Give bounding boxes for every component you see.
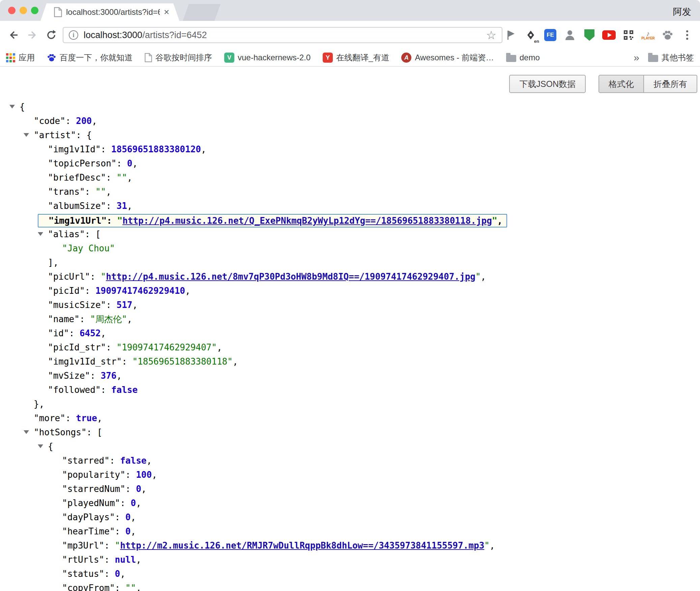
adblock-extension-button[interactable]: [581, 26, 598, 44]
json-line-content: "mvSize": 376,: [48, 371, 122, 381]
json-url-link[interactable]: http://p4.music.126.net/Q_ExePNkmqB2yWyL…: [122, 216, 492, 226]
bookmark-item-awesomes[interactable]: A Awesomes - 前端资…: [401, 52, 494, 63]
json-line: "mp3Url": "http://m2.music.126.net/RMJR7…: [0, 538, 700, 553]
zoom-window-button[interactable]: [31, 7, 38, 14]
baidu-paw-icon: [47, 53, 56, 62]
bookmarks-overflow-chevron[interactable]: [634, 53, 639, 63]
bookmark-item-baidu[interactable]: 百度一下，你就知道: [47, 52, 133, 63]
json-line-content: "picId_str": "19097417462929407",: [48, 342, 222, 352]
bookmark-label: 百度一下，你就知道: [60, 52, 133, 63]
youdao-favicon-icon: Y: [323, 53, 333, 63]
url-text: localhost:3000/artists?id=6452: [84, 30, 207, 40]
json-line-content: ],: [48, 257, 58, 268]
json-line-content: "trans": "",: [48, 187, 111, 197]
json-line-content: "playedNum": 0,: [62, 498, 141, 508]
json-line-content: {: [20, 102, 25, 112]
json-line: "more": true,: [0, 411, 700, 425]
apps-grid-icon: [6, 53, 15, 62]
profile-extension-button[interactable]: [561, 26, 579, 44]
page-favicon-icon: [145, 53, 152, 62]
bookmark-label: 在线翻译_有道: [336, 52, 389, 63]
tab-bar: localhost:3000/artists?id=645 × 阿发: [0, 0, 700, 21]
json-line-content: "topicPerson": 0,: [48, 158, 138, 168]
paw-extension-button[interactable]: [659, 26, 676, 44]
bookmark-label: 应用: [19, 52, 35, 63]
tab-close-icon[interactable]: ×: [164, 7, 169, 17]
page-info-icon[interactable]: [69, 30, 78, 40]
json-line-content: {: [48, 441, 53, 452]
forward-button[interactable]: [23, 26, 42, 44]
browser-tab[interactable]: localhost:3000/artists?id=645 ×: [40, 3, 179, 21]
json-line: "Jay Chou": [0, 241, 700, 255]
extensions-area: en FE PLAYER: [502, 26, 696, 44]
profile-name: 阿发: [673, 6, 691, 18]
bookmark-label: vue-hackernews-2.0: [238, 53, 311, 62]
collapse-triangle-icon[interactable]: [38, 444, 43, 448]
json-line-content: "popularity": 100,: [62, 470, 157, 480]
collapse-triangle-icon[interactable]: [24, 430, 29, 434]
translate-extension-button[interactable]: en: [522, 26, 539, 44]
person-icon: [564, 30, 575, 40]
minimize-window-button[interactable]: [20, 7, 27, 14]
json-line: "starred": false,: [0, 454, 700, 468]
bookmarks-right: 其他书签: [634, 52, 694, 63]
json-line: "alias": [: [0, 227, 700, 241]
url-host: localhost:3000: [84, 30, 142, 40]
json-line: "popularity": 100,: [0, 468, 700, 482]
bookmark-item-google-sort[interactable]: 谷歌按时间排序: [145, 52, 212, 63]
player-extension-button[interactable]: PLAYER: [639, 26, 657, 44]
vimium-extension-button[interactable]: [502, 26, 520, 44]
json-line-content: "hearTime": 0,: [62, 526, 136, 536]
address-bar[interactable]: localhost:3000/artists?id=6452: [63, 27, 502, 43]
json-toolbar: 下载JSON数据 格式化 折叠所有: [0, 75, 700, 93]
json-line-content: "rtUrls": null,: [62, 555, 141, 565]
other-bookmarks-label: 其他书签: [662, 52, 694, 63]
format-button[interactable]: 格式化: [599, 75, 644, 93]
vue-favicon-icon: V: [224, 53, 234, 63]
youtube-extension-button[interactable]: [600, 26, 618, 44]
json-url-link[interactable]: http://p4.music.126.net/8mv7qP30Pd3oHW8b…: [106, 272, 475, 282]
browser-window: localhost:3000/artists?id=645 × 阿发 local…: [0, 0, 700, 591]
bookmark-item-youdao[interactable]: Y 在线翻译_有道: [323, 52, 389, 63]
music-note-icon: [646, 30, 650, 37]
qrcode-extension-button[interactable]: [620, 26, 637, 44]
new-tab-button[interactable]: [183, 4, 221, 21]
bookmark-star-icon[interactable]: [486, 29, 496, 41]
browser-menu-button[interactable]: [678, 26, 696, 44]
reload-button[interactable]: [42, 26, 61, 44]
fe-icon: FE: [544, 29, 556, 41]
json-line-content: "dayPlays": 0,: [62, 512, 136, 522]
json-line: "img1v1Id_str": "18569651883380118",: [0, 354, 700, 369]
folder-icon: [648, 55, 658, 62]
flag-icon: [507, 30, 516, 40]
download-json-button[interactable]: 下载JSON数据: [509, 75, 586, 93]
collapse-all-button[interactable]: 折叠所有: [644, 75, 697, 93]
paw-icon: [662, 30, 673, 40]
close-window-button[interactable]: [8, 7, 16, 14]
bookmark-item-demo[interactable]: demo: [506, 53, 540, 62]
json-line: {: [0, 439, 700, 454]
json-line: "musicSize": 517,: [0, 298, 700, 312]
json-url-link[interactable]: http://m2.music.126.net/RMJR7wDullRqppBk…: [120, 540, 484, 551]
json-line-content: "starredNum": 0,: [62, 484, 146, 494]
json-line-content: "briefDesc": "",: [48, 173, 132, 183]
bookmark-apps[interactable]: 应用: [6, 52, 35, 63]
json-line-content: "id": 6452,: [48, 328, 106, 338]
json-line-content: "hotSongs": [: [34, 427, 103, 437]
json-line: "id": 6452,: [0, 326, 700, 340]
fehelper-extension-button[interactable]: FE: [542, 26, 559, 44]
json-line: "followed": false: [0, 383, 700, 397]
bookmark-item-vue-hackernews[interactable]: V vue-hackernews-2.0: [224, 53, 311, 63]
json-line-content: "copyFrom": "",: [62, 583, 141, 591]
collapse-triangle-icon[interactable]: [38, 232, 43, 236]
navigation-bar: localhost:3000/artists?id=6452 en FE PLA…: [0, 21, 700, 49]
collapse-triangle-icon[interactable]: [9, 105, 15, 108]
json-line: "picId": 19097417462929410,: [0, 284, 700, 298]
other-bookmarks-folder[interactable]: 其他书签: [648, 52, 694, 63]
json-line-content: "img1v1Id": 18569651883380120,: [48, 144, 206, 154]
collapse-triangle-icon[interactable]: [24, 133, 29, 137]
json-line-content: "img1v1Id_str": "18569651883380118",: [48, 356, 238, 367]
back-button[interactable]: [4, 26, 23, 44]
json-line-content: "followed": false: [48, 385, 138, 395]
bookmarks-bar: 应用 百度一下，你就知道 谷歌按时间排序 V vue-hackernews-2.…: [0, 49, 700, 67]
